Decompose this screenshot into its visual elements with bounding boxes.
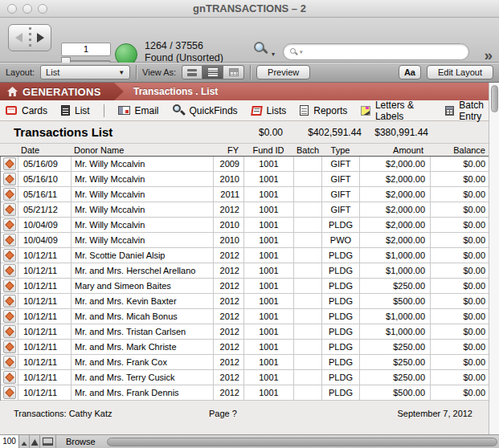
go-to-record-button[interactable] (3, 340, 16, 353)
cell-batch[interactable] (294, 157, 322, 171)
cell-type[interactable]: PLDG (322, 279, 360, 293)
cell-fy[interactable]: 2012 (214, 248, 244, 263)
cell-fund-id[interactable]: 1001 (244, 263, 294, 278)
cell-fund-id[interactable]: 1001 (244, 294, 294, 308)
cell-balance[interactable]: $0.00 (431, 355, 489, 369)
table-row[interactable]: 05/16/09 Mr. Willy Mccalvin 2009 1001 GI… (1, 157, 489, 172)
cell-fy[interactable]: 2012 (214, 309, 244, 324)
cell-fund-id[interactable]: 1001 (244, 324, 294, 339)
cell-type[interactable]: PLDG (322, 248, 360, 263)
tab-list[interactable]: List (61, 105, 90, 116)
cell-balance[interactable]: $0.00 (431, 233, 489, 247)
cell-donor-name[interactable]: Mr. Willy Mccalvin (72, 172, 214, 186)
minimize-button[interactable] (22, 4, 32, 14)
go-to-record-button[interactable] (3, 264, 16, 277)
cell-fund-id[interactable]: 1001 (244, 218, 294, 232)
cell-batch[interactable] (294, 370, 322, 385)
cell-amount[interactable]: $2,000.00 (360, 187, 431, 202)
cell-batch[interactable] (294, 172, 322, 186)
cell-balance[interactable]: $0.00 (431, 202, 489, 217)
cell-donor-name[interactable]: Mr. Willy Mccalvin (72, 218, 214, 232)
table-row[interactable]: 10/12/11 Mr. and Mrs. Tristan Carlsen 20… (1, 324, 489, 340)
current-record-field[interactable]: 1 (61, 43, 111, 56)
cell-donor-name[interactable]: Mr. Scottie Daniel Alsip (72, 248, 214, 263)
cell-date[interactable]: 05/21/12 (18, 202, 72, 217)
go-to-record-button[interactable] (3, 218, 16, 231)
cell-balance[interactable]: $0.00 (431, 248, 489, 263)
tab-quickfinds[interactable]: QuickFinds (173, 104, 238, 116)
cell-balance[interactable]: $0.00 (431, 294, 489, 308)
cell-balance[interactable]: $0.00 (431, 279, 489, 293)
cell-batch[interactable] (294, 248, 322, 263)
cell-fund-id[interactable]: 1001 (244, 157, 294, 171)
cell-balance[interactable]: $0.00 (431, 340, 489, 354)
record-navigation-book[interactable] (8, 24, 51, 51)
vertical-scrollbar-thumb[interactable] (491, 85, 498, 112)
cell-amount[interactable]: $1,000.00 (360, 324, 431, 339)
cell-donor-name[interactable]: Mr. Willy Mccalvin (72, 157, 214, 171)
cell-date[interactable]: 10/12/11 (18, 385, 72, 400)
tab-lists[interactable]: Lists (252, 105, 287, 116)
cell-date[interactable]: 10/04/09 (18, 218, 72, 232)
cell-donor-name[interactable]: Mr. and Mrs. Frank Cox (72, 355, 214, 369)
find-dropdown-caret-icon[interactable]: ▾ (272, 51, 275, 58)
cell-balance[interactable]: $0.00 (431, 172, 489, 186)
cell-fund-id[interactable]: 1001 (244, 385, 294, 400)
table-row[interactable]: 05/16/11 Mr. Willy Mccalvin 2011 1001 GI… (1, 187, 489, 202)
table-row[interactable]: 10/12/11 Mr. Scottie Daniel Alsip 2012 1… (1, 248, 489, 263)
cell-amount[interactable]: $500.00 (360, 294, 431, 308)
cell-type[interactable]: GIFT (322, 157, 360, 171)
cell-donor-name[interactable]: Mr. and Mrs. Micah Bonus (72, 309, 214, 324)
cell-batch[interactable] (294, 263, 322, 278)
toggle-status-toolbar-button[interactable] (40, 435, 56, 448)
cell-donor-name[interactable]: Mr. and Mrs. Terry Cusick (72, 370, 214, 385)
preview-button[interactable]: Preview (256, 65, 310, 79)
cell-amount[interactable]: $2,000.00 (360, 218, 431, 232)
mode-label[interactable]: Browse (66, 437, 96, 446)
tab-email[interactable]: Email (118, 105, 159, 116)
cell-type[interactable]: GIFT (322, 187, 360, 202)
toolbar-overflow-chevron-icon[interactable]: » (484, 47, 493, 64)
text-formatting-button[interactable]: Aa (399, 65, 421, 79)
cell-balance[interactable]: $0.00 (431, 324, 489, 339)
table-row[interactable]: 10/12/11 Mr. and Mrs. Mark Christe 2012 … (1, 340, 489, 355)
cell-fy[interactable]: 2012 (214, 324, 244, 339)
cell-donor-name[interactable]: Mr. and Mrs. Mark Christe (72, 340, 214, 354)
cell-fund-id[interactable]: 1001 (244, 202, 294, 217)
cell-date[interactable]: 10/12/11 (18, 248, 72, 263)
table-row[interactable]: 10/04/09 Mr. Willy Mccalvin 2010 1001 PL… (1, 218, 489, 233)
cell-amount[interactable]: $1,000.00 (360, 248, 431, 263)
cell-fy[interactable]: 2010 (214, 218, 244, 232)
cell-type[interactable]: PLDG (322, 324, 360, 339)
go-to-record-button[interactable] (3, 310, 16, 323)
cell-fy[interactable]: 2012 (214, 202, 244, 217)
go-to-record-button[interactable] (3, 371, 16, 384)
cell-date[interactable]: 10/12/11 (18, 324, 72, 339)
cell-donor-name[interactable]: Mr. and Mrs. Herschel Arellano (72, 263, 214, 278)
cell-fy[interactable]: 2010 (214, 172, 244, 186)
tab-letters-labels[interactable]: Letters & Labels (361, 100, 431, 122)
cell-type[interactable]: PLDG (322, 263, 360, 278)
cell-type[interactable]: PLDG (322, 340, 360, 354)
cell-type[interactable]: PWO (322, 233, 360, 247)
tab-cards[interactable]: Cards (6, 105, 47, 116)
cell-fund-id[interactable]: 1001 (244, 172, 294, 186)
cell-fy[interactable]: 2009 (214, 157, 244, 171)
cell-amount[interactable]: $2,000.00 (360, 233, 431, 247)
cell-amount[interactable]: $500.00 (360, 385, 431, 400)
go-to-record-button[interactable] (3, 386, 16, 399)
cell-type[interactable]: GIFT (322, 202, 360, 217)
next-record-icon[interactable] (37, 33, 44, 43)
cell-date[interactable]: 10/12/11 (18, 263, 72, 278)
table-row[interactable]: 10/04/09 Mr. Willy Mccalvin 2010 1001 PW… (1, 233, 489, 248)
cell-amount[interactable]: $2,000.00 (360, 157, 431, 171)
cell-type[interactable]: PLDG (322, 309, 360, 324)
go-to-record-button[interactable] (3, 325, 16, 338)
cell-balance[interactable]: $0.00 (431, 385, 489, 400)
cell-balance[interactable]: $0.00 (431, 187, 489, 202)
table-row[interactable]: 05/21/12 Mr. Willy Mccalvin 2012 1001 GI… (1, 202, 489, 218)
vertical-scrollbar[interactable] (489, 83, 499, 434)
cell-fund-id[interactable]: 1001 (244, 187, 294, 202)
cell-batch[interactable] (294, 294, 322, 308)
cell-date[interactable]: 05/16/09 (18, 157, 72, 171)
